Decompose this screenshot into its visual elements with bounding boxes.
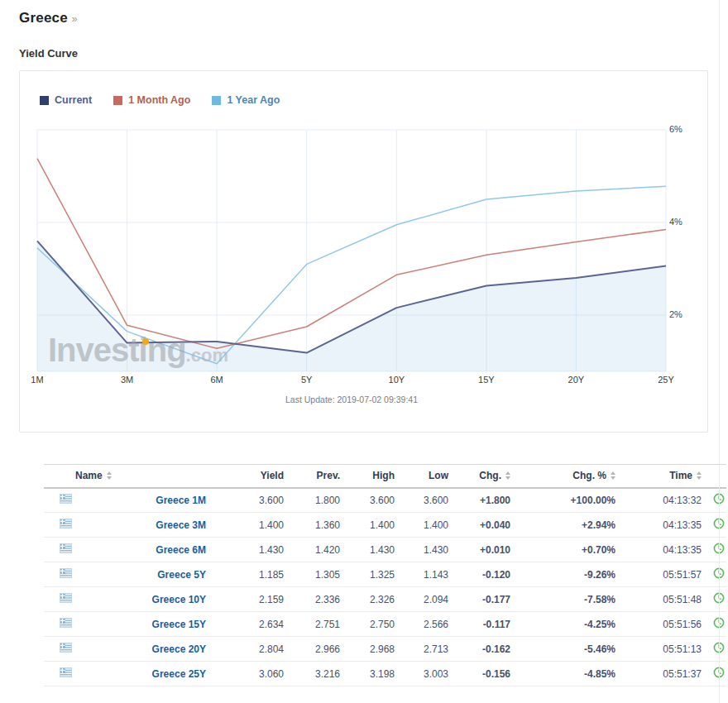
chg-cell: -0.117 <box>450 612 512 637</box>
low-cell: 1.143 <box>396 562 450 587</box>
column-header-low[interactable]: Low <box>396 465 450 488</box>
instrument-link[interactable]: Greece 6M <box>156 544 206 556</box>
prev-cell: 2.751 <box>285 612 342 637</box>
chevron-right-icon: » <box>72 13 78 25</box>
chg-pct-cell: +100.00% <box>512 488 617 513</box>
column-header-time[interactable]: Time <box>617 465 703 488</box>
icon-column-header <box>44 465 74 488</box>
high-cell: 3.198 <box>342 662 396 686</box>
table-row[interactable]: Greece 10Y2.1592.3362.3262.094-0.177-7.5… <box>44 587 726 612</box>
legend-label: 1 Year Ago <box>227 94 280 106</box>
greece-flag-icon <box>44 587 74 612</box>
clock-icon <box>703 637 726 662</box>
instrument-link[interactable]: Greece 25Y <box>152 668 206 680</box>
legend-item[interactable]: 1 Year Ago <box>212 94 280 106</box>
chg-pct-cell: +0.70% <box>512 538 617 562</box>
country-title-link[interactable]: Greece » <box>19 10 78 26</box>
table-row[interactable]: Greece 3M1.4001.3601.4001.400+0.040+2.94… <box>44 513 726 538</box>
time-cell: 05:51:37 <box>617 662 703 686</box>
instrument-link[interactable]: Greece 5Y <box>157 569 206 581</box>
yield-cell: 2.634 <box>208 612 285 637</box>
yield-cell: 1.430 <box>208 538 285 562</box>
x-tick-label: 5Y <box>301 375 312 385</box>
chart-plot-area: Investing.com 6%4%2% <box>37 130 666 371</box>
instrument-link[interactable]: Greece 3M <box>156 519 206 531</box>
legend-swatch-icon <box>40 96 49 105</box>
greece-flag-icon <box>44 562 74 587</box>
x-tick-label: 25Y <box>658 375 674 385</box>
section-subtitle: Yield Curve <box>19 47 728 60</box>
yield-cell: 1.185 <box>208 562 285 587</box>
low-cell: 2.713 <box>396 637 450 662</box>
sort-icon <box>505 471 510 480</box>
table-row[interactable]: Greece 6M1.4301.4201.4301.430+0.010+0.70… <box>44 538 726 562</box>
yields-table: Name Yield Prev. High Low Chg. Chg. % Ti… <box>44 464 726 686</box>
chg-cell: +1.800 <box>450 488 512 513</box>
table-row[interactable]: Greece 20Y2.8042.9662.9682.713-0.162-5.4… <box>44 637 726 662</box>
y-tick-label: 6% <box>669 124 702 134</box>
page: Greece » Yield Curve Current1 Month Ago1… <box>0 0 728 686</box>
x-axis-labels: 1M3M6M5Y10Y15Y20Y25Y <box>37 375 666 386</box>
watermark-orange-dot-icon <box>142 338 149 345</box>
prev-cell: 1.800 <box>285 488 342 513</box>
x-tick-label: 10Y <box>389 375 405 385</box>
sort-icon <box>697 471 702 480</box>
high-cell: 2.750 <box>342 612 396 637</box>
clock-icon <box>703 562 726 587</box>
table-row[interactable]: Greece 1M3.6001.8003.6003.600+1.800+100.… <box>44 488 726 513</box>
time-cell: 04:13:35 <box>617 538 703 562</box>
greece-flag-icon <box>44 538 74 562</box>
legend-item[interactable]: Current <box>40 94 92 106</box>
yield-curve-chart-panel: Current1 Month Ago1 Year Ago Investing.c… <box>19 70 708 433</box>
greece-flag-icon <box>44 513 74 538</box>
sort-icon <box>107 471 112 480</box>
instrument-link[interactable]: Greece 10Y <box>152 594 206 605</box>
x-tick-label: 1M <box>31 375 43 385</box>
chg-cell: -0.156 <box>450 662 512 686</box>
instrument-link[interactable]: Greece 20Y <box>152 643 206 655</box>
x-tick-label: 20Y <box>568 375 585 385</box>
chg-cell: -0.120 <box>450 562 512 587</box>
watermark-text: Investing <box>48 332 186 368</box>
instrument-link[interactable]: Greece 1M <box>156 495 206 506</box>
yield-cell: 2.159 <box>208 587 285 612</box>
low-cell: 3.600 <box>396 488 450 513</box>
column-header-chg[interactable]: Chg. <box>450 465 512 488</box>
column-header-chg-pct[interactable]: Chg. % <box>512 465 617 488</box>
greece-flag-icon <box>44 612 74 637</box>
clock-column-header <box>703 465 726 488</box>
column-header-name[interactable]: Name <box>74 465 208 488</box>
high-cell: 1.325 <box>342 562 396 587</box>
clock-icon <box>703 538 726 562</box>
time-cell: 05:51:56 <box>617 612 703 637</box>
prev-cell: 3.216 <box>285 662 342 686</box>
instrument-link[interactable]: Greece 15Y <box>152 619 206 630</box>
clock-icon <box>703 488 726 513</box>
chg-pct-cell: -9.26% <box>512 562 617 587</box>
prev-cell: 2.966 <box>285 637 342 662</box>
yield-cell: 1.400 <box>208 513 285 538</box>
table-row[interactable]: Greece 25Y3.0603.2163.1983.003-0.156-4.8… <box>44 662 726 686</box>
x-tick-label: 3M <box>121 375 133 385</box>
x-tick-label: 15Y <box>478 375 495 385</box>
clock-icon <box>703 612 726 637</box>
column-header-high[interactable]: High <box>342 465 396 488</box>
low-cell: 2.094 <box>396 587 450 612</box>
chg-cell: +0.010 <box>450 538 512 562</box>
clock-icon <box>703 513 726 538</box>
column-header-prev[interactable]: Prev. <box>285 465 342 488</box>
table-row[interactable]: Greece 5Y1.1851.3051.3251.143-0.120-9.26… <box>44 562 726 587</box>
table-row[interactable]: Greece 15Y2.6342.7512.7502.566-0.117-4.2… <box>44 612 726 637</box>
column-header-yield[interactable]: Yield <box>208 465 285 488</box>
prev-cell: 1.360 <box>285 513 342 538</box>
chg-cell: +0.040 <box>450 513 512 538</box>
high-cell: 1.400 <box>342 513 396 538</box>
chg-cell: -0.177 <box>450 587 512 612</box>
legend-item[interactable]: 1 Month Ago <box>113 94 190 106</box>
clock-icon <box>703 662 726 686</box>
time-cell: 04:13:35 <box>617 513 703 538</box>
low-cell: 3.003 <box>396 662 450 686</box>
chg-pct-cell: -4.85% <box>512 662 617 686</box>
prev-cell: 1.420 <box>285 538 342 562</box>
high-cell: 3.600 <box>342 488 396 513</box>
